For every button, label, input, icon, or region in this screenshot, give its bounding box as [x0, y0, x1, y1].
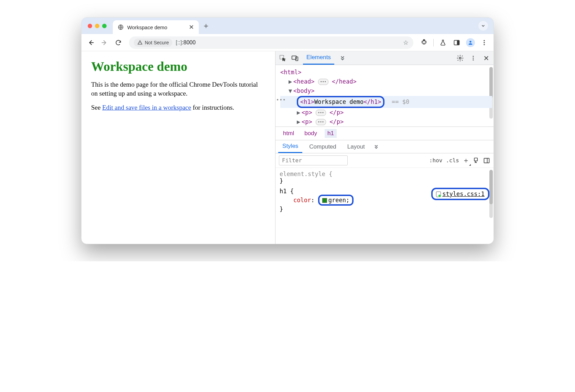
not-secure-label: Not Secure: [145, 40, 169, 45]
ellipsis-icon[interactable]: •••: [316, 110, 326, 116]
svg-point-7: [484, 44, 485, 45]
svg-point-14: [473, 59, 474, 60]
crumb-body[interactable]: body: [302, 129, 320, 138]
mapped-file-icon: [436, 192, 441, 197]
forward-button[interactable]: [99, 37, 110, 48]
tabs-overflow-icon[interactable]: [339, 55, 346, 62]
security-chip[interactable]: Not Secure: [134, 39, 172, 47]
subtab-layout[interactable]: Layout: [343, 140, 369, 153]
extensions-button[interactable]: [418, 37, 430, 48]
subtab-styles[interactable]: Styles: [278, 140, 302, 153]
globe-icon: [118, 24, 124, 30]
scrollbar[interactable]: [489, 67, 493, 119]
hover-toggle[interactable]: :hov: [429, 157, 443, 164]
menu-button[interactable]: [478, 37, 490, 48]
content-area: Workspace demo This is the demo page for…: [82, 51, 493, 244]
svg-rect-3: [457, 40, 459, 45]
devtools-tab-bar: Elements: [275, 51, 493, 65]
svg-point-11: [459, 57, 461, 59]
dom-node-html[interactable]: <html>: [280, 68, 492, 77]
maximize-window-button[interactable]: [102, 24, 107, 28]
tab-overflow-button[interactable]: [478, 21, 488, 31]
page-paragraph-1: This is the demo page for the official C…: [91, 80, 265, 98]
dom-node-head[interactable]: ▶<head> ••• </head>: [280, 77, 492, 86]
close-tab-icon[interactable]: ✕: [189, 23, 194, 31]
styles-rules: element.style { } styles.css:1 h1 { colo…: [275, 168, 493, 244]
crumb-html[interactable]: html: [280, 129, 297, 138]
styles-toolbar: :hov .cls ＋: [275, 153, 493, 168]
svg-rect-16: [484, 158, 489, 163]
bookmark-star-icon[interactable]: ☆: [403, 39, 409, 46]
color-swatch-icon[interactable]: [322, 198, 327, 203]
dom-node-body[interactable]: ▼<body>: [280, 86, 492, 96]
computed-sidebar-icon[interactable]: [483, 157, 490, 164]
dom-node-body-close[interactable]: </body>: [280, 127, 492, 127]
svg-point-5: [484, 40, 485, 41]
svg-point-4: [469, 41, 471, 42]
class-toggle[interactable]: .cls: [446, 157, 459, 164]
scrollbar[interactable]: [489, 170, 493, 218]
styles-filter-input[interactable]: [279, 155, 348, 165]
dom-breadcrumb: html body h1: [275, 127, 493, 140]
labs-button[interactable]: [437, 37, 449, 48]
browser-window: Workspace demo ✕ ＋ Not Secure [::]:8000: [81, 17, 494, 244]
subtabs-overflow-icon[interactable]: [373, 144, 379, 150]
profile-button[interactable]: [465, 37, 476, 48]
settings-gear-icon[interactable]: [456, 54, 465, 62]
selected-node-ref: == $0: [392, 98, 409, 105]
page-heading: Workspace demo: [91, 59, 265, 74]
page-paragraph-2: See Edit and save files in a workspace f…: [91, 103, 265, 112]
styles-tab-bar: Styles Computed Layout: [275, 140, 493, 153]
tab-strip: Workspace demo ✕ ＋: [82, 18, 493, 34]
highlight-callout-source: styles.css:1: [431, 188, 489, 200]
close-window-button[interactable]: [88, 24, 92, 28]
highlight-callout-value: green;: [318, 195, 354, 206]
h1-rule[interactable]: styles.css:1 h1 { color: green; }: [280, 188, 489, 213]
url-text: [::]:8000: [176, 40, 196, 46]
dom-tree[interactable]: <html> ▶<head> ••• </head> ▼<body> ••• <…: [275, 65, 493, 127]
highlight-callout-h1: <h1>Workspace demo</h1>: [297, 96, 384, 108]
svg-rect-15: [474, 158, 477, 161]
svg-point-6: [484, 42, 485, 43]
side-panel-button[interactable]: [451, 37, 463, 48]
row-actions-icon[interactable]: •••: [276, 96, 286, 104]
separator: [433, 39, 434, 46]
paint-flash-icon[interactable]: [473, 157, 480, 164]
rendered-page: Workspace demo This is the demo page for…: [82, 51, 275, 244]
dom-node-h1-selected[interactable]: ••• <h1>Workspace demo</h1> == $0: [280, 96, 492, 108]
reload-button[interactable]: [112, 37, 124, 48]
toolbar: Not Secure [::]:8000 ☆: [82, 34, 493, 51]
ellipsis-icon[interactable]: •••: [318, 79, 328, 85]
svg-point-12: [473, 56, 474, 57]
tab-elements[interactable]: Elements: [303, 51, 334, 65]
browser-tab[interactable]: Workspace demo ✕: [113, 20, 199, 34]
window-controls: [88, 24, 107, 28]
dom-node-p[interactable]: ▶<p> ••• </p>: [280, 108, 492, 117]
new-tab-button[interactable]: ＋: [202, 21, 210, 31]
crumb-h1[interactable]: h1: [325, 129, 337, 138]
svg-point-13: [473, 57, 474, 58]
element-style-rule[interactable]: element.style { }: [280, 171, 489, 184]
new-rule-button[interactable]: ＋: [463, 156, 469, 165]
minimize-window-button[interactable]: [95, 24, 99, 28]
tab-title: Workspace demo: [127, 24, 185, 30]
back-button[interactable]: [85, 37, 97, 48]
ellipsis-icon[interactable]: •••: [316, 119, 326, 125]
address-bar[interactable]: Not Secure [::]:8000 ☆: [129, 36, 413, 49]
workspace-tutorial-link[interactable]: Edit and save files in a workspace: [102, 104, 191, 111]
device-toolbar-icon[interactable]: [291, 54, 300, 62]
devtools-menu-icon[interactable]: [469, 55, 478, 61]
rule-source-link[interactable]: styles.css:1: [431, 188, 489, 200]
subtab-computed[interactable]: Computed: [305, 140, 340, 153]
inspect-element-icon[interactable]: [278, 54, 287, 62]
close-devtools-icon[interactable]: [482, 55, 491, 61]
devtools-panel: Elements: [275, 51, 493, 244]
dom-node-p[interactable]: ▶<p> ••• </p>: [280, 117, 492, 127]
